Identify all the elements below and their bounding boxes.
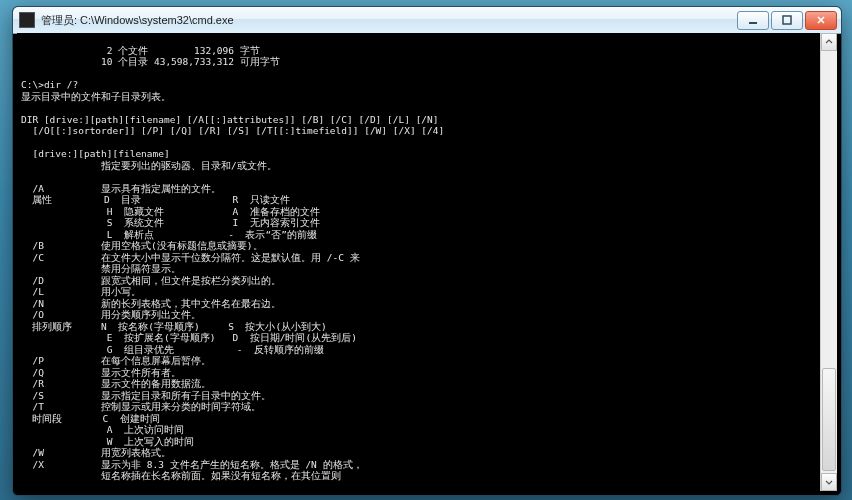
scroll-thumb[interactable] (822, 368, 836, 471)
svg-rect-0 (749, 22, 757, 24)
svg-rect-1 (783, 16, 791, 24)
chevron-down-icon (825, 478, 833, 486)
cmd-icon (19, 12, 35, 28)
client-area: 2 个文件 132,096 字节 10 个目录 43,598,733,312 可… (17, 33, 837, 491)
scroll-up-button[interactable] (821, 33, 837, 51)
vertical-scrollbar[interactable] (820, 33, 837, 491)
minimize-icon (748, 15, 758, 25)
window-buttons (735, 11, 837, 30)
console-output[interactable]: 2 个文件 132,096 字节 10 个目录 43,598,733,312 可… (17, 43, 820, 482)
minimize-button[interactable] (737, 11, 769, 30)
scroll-down-button[interactable] (821, 473, 837, 491)
close-button[interactable] (805, 11, 837, 30)
window-title: 管理员: C:\Windows\system32\cmd.exe (41, 13, 735, 28)
cmd-window: 管理员: C:\Windows\system32\cmd.exe 2 个文件 1… (12, 6, 842, 496)
scroll-track[interactable] (821, 51, 837, 473)
maximize-button[interactable] (771, 11, 803, 30)
chevron-up-icon (825, 38, 833, 46)
maximize-icon (782, 15, 792, 25)
close-icon (816, 15, 826, 25)
titlebar[interactable]: 管理员: C:\Windows\system32\cmd.exe (13, 7, 841, 34)
